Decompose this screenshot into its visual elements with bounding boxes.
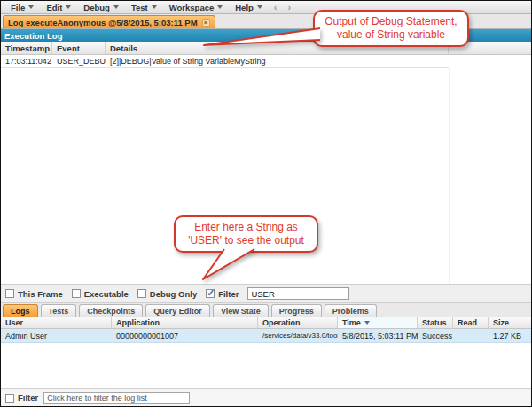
menu-test-label: Test (131, 3, 148, 12)
cell-status: Success (418, 332, 453, 340)
column-header-label: Time (342, 318, 361, 327)
developer-console-window: File Edit Debug Test Workspace Help ‹ › … (0, 0, 532, 407)
log-filter-toolbar: This Frame Executable Debug Only Filter (1, 284, 531, 303)
tab-problems[interactable]: Problems (325, 304, 377, 317)
log-list-filter-bar: Filter (1, 388, 531, 406)
column-header-time[interactable]: Time (338, 317, 418, 328)
nav-back-icon[interactable]: ‹ (269, 2, 283, 12)
this-frame-checkbox[interactable]: This Frame (5, 289, 63, 299)
menu-edit[interactable]: Edit (40, 1, 77, 13)
log-list-filter-label: Filter (18, 393, 38, 403)
column-header-label: Operation (262, 318, 301, 327)
caret-down-icon (66, 5, 71, 9)
debug-only-checkbox[interactable]: Debug Only (137, 289, 197, 299)
column-header-timestamp[interactable]: Timestamp (1, 42, 52, 54)
menu-debug-label: Debug (83, 3, 110, 12)
menu-edit-label: Edit (46, 3, 62, 12)
callout-line: 'USER' to see the output (176, 234, 317, 247)
tab-tests[interactable]: Tests (41, 304, 77, 317)
menu-test[interactable]: Test (125, 1, 163, 13)
cell-details: [2]|DEBUG|Value of String VariableMyStri… (106, 57, 449, 66)
column-header-application[interactable]: Application (112, 317, 258, 328)
cell-event: USER_DEBUG (52, 57, 106, 66)
column-header-label: User (5, 318, 23, 327)
column-header-operation[interactable]: Operation (258, 317, 338, 328)
filter-input[interactable] (247, 287, 349, 300)
menu-workspace[interactable]: Workspace (163, 1, 230, 13)
callout-line: Enter here a String as (176, 221, 317, 234)
caret-down-icon (28, 5, 34, 9)
callout-tail (201, 26, 325, 51)
column-header-read[interactable]: Read (453, 317, 489, 328)
checkbox-icon[interactable] (5, 394, 14, 403)
cell-user: Admin User (1, 332, 112, 340)
cell-operation: /services/data/v33.0/tooling/executeAn..… (258, 332, 338, 340)
checkbox-icon[interactable] (5, 289, 14, 298)
cell-time: 5/8/2015, 5:03:11 PM (338, 332, 418, 340)
column-header-label: Application (116, 318, 160, 327)
checkbox-icon[interactable] (137, 289, 146, 298)
tab-log-execute-anonymous[interactable]: Log executeAnonymous @5/8/2015, 5:03:11 … (3, 15, 215, 28)
callout-line: Output of Debug Statement, (315, 15, 467, 28)
tab-checkpoints[interactable]: Checkpoints (79, 304, 143, 317)
filter-label: Filter (218, 289, 239, 299)
column-header-label: Size (493, 318, 509, 327)
column-header-status[interactable]: Status (418, 317, 453, 328)
filter-checkbox[interactable]: Filter (206, 289, 239, 299)
column-header-label: Read (458, 318, 477, 327)
caret-down-icon (217, 5, 223, 9)
bottom-panel-tab-strip: Logs Tests Checkpoints Query Editor View… (1, 303, 531, 317)
column-header-event[interactable]: Event (52, 42, 106, 54)
menu-file-label: File (11, 3, 25, 12)
callout-tail (192, 247, 263, 283)
caret-down-icon (152, 5, 157, 9)
debug-only-label: Debug Only (150, 289, 197, 299)
tab-label: Log executeAnonymous @5/8/2015, 5:03:11 … (8, 18, 198, 27)
execution-log-title: Execution Log (4, 31, 62, 41)
tab-view-state[interactable]: View State (213, 304, 269, 317)
tab-logs[interactable]: Logs (3, 304, 38, 317)
executable-label: Executable (84, 289, 129, 299)
caret-down-icon (113, 5, 119, 9)
cell-application: 00000000001007 (112, 332, 258, 340)
sort-desc-icon (364, 321, 370, 325)
log-list-filter-input[interactable] (43, 392, 190, 404)
cell-size: 1.27 KB (489, 332, 529, 340)
log-list-filter-checkbox[interactable]: Filter (5, 393, 38, 403)
column-header-size[interactable]: Size (489, 317, 529, 328)
menu-file[interactable]: File (4, 1, 40, 13)
log-list-empty-area (1, 343, 531, 388)
callout-line: value of String variable (315, 28, 467, 42)
caret-down-icon (257, 5, 262, 9)
checkbox-icon[interactable] (72, 289, 81, 298)
menu-help-label: Help (235, 3, 254, 12)
tab-progress[interactable]: Progress (271, 304, 322, 317)
menu-help[interactable]: Help (229, 1, 269, 13)
menu-workspace-label: Workspace (169, 3, 215, 12)
cell-timestamp: 17:03:11:042 (1, 57, 52, 66)
nav-forward-icon[interactable]: › (283, 2, 297, 12)
checkbox-checked-icon[interactable] (206, 289, 215, 298)
tab-query-editor[interactable]: Query Editor (145, 304, 210, 317)
execution-log-row[interactable]: 17:03:11:042 USER_DEBUG [2]|DEBUG|Value … (1, 55, 449, 68)
this-frame-label: This Frame (18, 289, 63, 299)
log-list-row-selected[interactable]: Admin User 00000000001007 /services/data… (1, 329, 531, 343)
logs-table-header-row: User Application Operation Time Status R… (1, 317, 531, 329)
column-header-user[interactable]: User (1, 317, 112, 328)
executable-checkbox[interactable]: Executable (72, 289, 129, 299)
menu-debug[interactable]: Debug (77, 1, 125, 13)
column-header-label: Status (422, 318, 447, 327)
callout-debug-output: Output of Debug Statement, value of Stri… (313, 10, 469, 47)
